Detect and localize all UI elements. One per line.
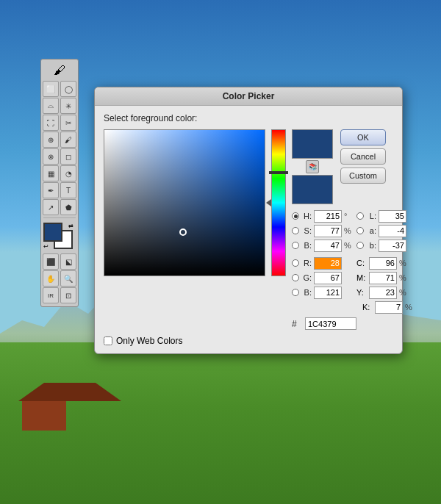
extra-tool[interactable]: ⊡ <box>60 287 76 303</box>
tool-row-bottom: IR ⊡ <box>43 287 76 303</box>
tool-row-3: ⛶ ✂ <box>43 115 76 131</box>
b-input[interactable] <box>379 240 406 252</box>
dialog-body: Select foreground color: 📚 <box>95 106 402 353</box>
only-web-colors-label: Only Web Colors <box>116 336 182 346</box>
tool-row-6: ▦ ◔ <box>43 165 76 181</box>
R-input[interactable] <box>314 257 342 270</box>
marquee-ellipse-tool[interactable]: ◯ <box>60 81 76 97</box>
tool-row-5: ⊗ ◻ <box>43 148 76 165</box>
Y-input[interactable] <box>369 287 397 299</box>
healing-tool[interactable]: ⊕ <box>43 132 59 148</box>
foreground-color-swatch[interactable] <box>43 223 62 242</box>
crop-tool[interactable]: ⛶ <box>43 115 59 131</box>
hex-row: # <box>292 317 415 330</box>
pen-tool[interactable]: ✒ <box>43 182 59 198</box>
only-web-colors-checkbox[interactable] <box>104 336 112 345</box>
tool-row-extra: ⬛ ⬕ <box>43 253 76 270</box>
B-input[interactable] <box>314 287 342 299</box>
tool-row-zoom: ✋ 🔍 <box>43 270 76 287</box>
swap-colors-icon[interactable]: ⇄ <box>68 223 76 230</box>
a-input[interactable] <box>379 225 406 237</box>
color-library-icon[interactable]: 📚 <box>306 160 319 173</box>
only-web-colors-row: Only Web Colors <box>104 336 393 346</box>
gradient-picker[interactable] <box>104 129 265 276</box>
right-panel: 📚 OK Cancel Custom H: <box>292 129 415 330</box>
dodge-tool[interactable]: ◔ <box>60 165 76 181</box>
color-swatches: ⇄ ↩ <box>43 223 76 251</box>
bright-input[interactable] <box>314 240 342 252</box>
dialog-title: Color Picker <box>223 91 275 101</box>
toolbar-separator <box>43 217 76 218</box>
brush-tool[interactable]: 🖌 <box>60 132 76 148</box>
M-input[interactable] <box>369 272 397 284</box>
screen-mode-tool[interactable]: ⬕ <box>60 253 76 270</box>
path-select-tool[interactable]: ↗ <box>43 199 59 215</box>
jump-to-imageready[interactable]: IR <box>43 287 59 303</box>
gradient-canvas[interactable] <box>104 129 265 276</box>
G-input[interactable] <box>314 272 342 284</box>
marquee-rect-tool[interactable]: ⬜ <box>43 81 59 97</box>
red-row: R: C: % <box>292 256 415 270</box>
L-radio[interactable] <box>356 212 364 220</box>
hex-input[interactable] <box>305 317 356 330</box>
dialog-header-label: Select foreground color: <box>104 113 393 123</box>
ok-button[interactable]: OK <box>340 129 386 145</box>
sat-radio[interactable] <box>292 227 299 234</box>
tool-row-2: ⌓ ✳ <box>43 98 76 114</box>
tool-row-4: ⊕ 🖌 <box>43 132 76 148</box>
type-tool[interactable]: T <box>60 182 76 198</box>
color-values-section: H: ° L: S: % a: <box>292 209 415 330</box>
barn <box>22 386 74 431</box>
hue-input[interactable] <box>314 210 342 223</box>
sat-input[interactable] <box>314 225 342 237</box>
green-row: G: M: % <box>292 270 415 285</box>
hue-radio[interactable] <box>292 212 299 220</box>
L-input[interactable] <box>379 210 406 223</box>
saturation-row: S: % a: <box>292 223 415 238</box>
tool-row-1: ⬜ ◯ <box>43 81 76 97</box>
hand-tool[interactable]: ✋ <box>43 270 59 287</box>
hue-slider[interactable] <box>271 129 286 276</box>
gradient-tool[interactable]: ▦ <box>43 165 59 181</box>
hue-row: H: ° L: <box>292 209 415 223</box>
hex-label: # <box>292 319 302 329</box>
toolbar: 🖌 ⬜ ◯ ⌓ ✳ ⛶ ✂ ⊕ 🖌 ⊗ ◻ ▦ ◔ ✒ T ↗ ⬟ ⇄ ↩ ⬛ … <box>40 59 79 307</box>
custom-button[interactable]: Custom <box>340 168 386 184</box>
magic-wand-tool[interactable]: ✳ <box>60 98 76 114</box>
new-color-preview <box>292 129 333 159</box>
eraser-tool[interactable]: ◻ <box>60 148 76 165</box>
blue-row: B: Y: % <box>292 285 415 300</box>
a-radio[interactable] <box>356 227 364 234</box>
top-right: 📚 OK Cancel Custom <box>292 129 415 204</box>
bright-radio[interactable] <box>292 242 299 249</box>
tool-row-7: ✒ T <box>43 182 76 198</box>
G-radio[interactable] <box>292 274 299 281</box>
dialog-titlebar: Color Picker <box>95 87 402 106</box>
quick-mask-tool[interactable]: ⬛ <box>43 253 59 270</box>
old-color-preview <box>292 175 333 204</box>
zoom-tool[interactable]: 🔍 <box>60 270 76 287</box>
K-input[interactable] <box>375 301 403 314</box>
hue-slider-container[interactable] <box>271 129 286 276</box>
color-preview-area: 📚 <box>292 129 333 204</box>
cancel-button[interactable]: Cancel <box>340 148 386 165</box>
brightness-row: B: % b: <box>292 238 415 253</box>
R-radio[interactable] <box>292 259 299 267</box>
brush-large-icon: 🖌 <box>43 62 76 79</box>
stamp-tool[interactable]: ⊗ <box>43 148 59 165</box>
dialog-buttons: OK Cancel Custom <box>340 129 386 184</box>
B-radio[interactable] <box>292 289 299 296</box>
b-radio[interactable] <box>356 242 364 249</box>
tool-row-8: ↗ ⬟ <box>43 199 76 215</box>
C-input[interactable] <box>369 257 397 270</box>
shape-tool[interactable]: ⬟ <box>60 199 76 215</box>
spectrum-arrow <box>266 199 271 206</box>
K-row: K: % <box>292 300 415 314</box>
reset-colors-icon[interactable]: ↩ <box>43 243 51 251</box>
slice-tool[interactable]: ✂ <box>60 115 76 131</box>
lasso-tool[interactable]: ⌓ <box>43 98 59 114</box>
color-picker-dialog: Color Picker Select foreground color: <box>94 87 403 354</box>
dialog-main: 📚 OK Cancel Custom H: <box>104 129 393 330</box>
